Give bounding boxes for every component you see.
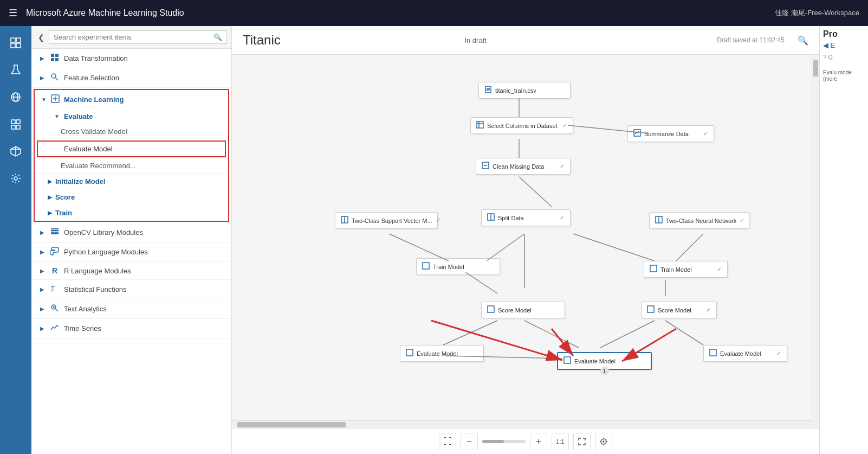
node-label-select-columns: Select Columns in Dataset bbox=[487, 123, 558, 129]
statistical-icon: Σ bbox=[50, 284, 60, 295]
ml-evaluate-recommend-item[interactable]: Evaluate Recommend... bbox=[35, 158, 228, 174]
node-evaluate-model-center[interactable]: Evaluate Model 1 bbox=[557, 352, 652, 370]
machine-learning-header[interactable]: ▼ Machine Learning bbox=[35, 90, 228, 109]
node-label-clean-missing: Clean Missing Data bbox=[493, 163, 544, 170]
zoom-in-button[interactable]: + bbox=[530, 433, 547, 450]
check-icon-nn: ✓ bbox=[740, 217, 744, 224]
sidebar-item-statistical[interactable]: ▶ Σ Statistical Functions bbox=[31, 280, 231, 299]
sidebar-item-python[interactable]: ▶ Python Language Modules bbox=[31, 242, 231, 262]
evaluate-label: Evaluate bbox=[64, 112, 93, 120]
node-two-class-nn[interactable]: Two-Class Neural Network ✓ bbox=[649, 212, 749, 229]
machine-learning-label: Machine Learning bbox=[64, 95, 124, 104]
opencv-label: OpenCV Library Modules bbox=[64, 228, 143, 236]
connections-svg bbox=[232, 55, 819, 428]
one-to-one-button[interactable]: 1:1 bbox=[552, 433, 569, 450]
svg-rect-71 bbox=[647, 306, 654, 312]
svg-rect-68 bbox=[423, 263, 429, 269]
svg-line-20 bbox=[56, 78, 59, 81]
node-evaluate-model-left[interactable]: Evaluate Model bbox=[400, 345, 484, 362]
node-score-model-1[interactable]: Score Model bbox=[481, 302, 565, 318]
python-expand-icon: ▶ bbox=[40, 249, 44, 255]
sidebar-item-opencv[interactable]: ▶ OpenCV Library Modules bbox=[31, 223, 231, 242]
right-panel-more-link[interactable]: (more bbox=[823, 76, 865, 82]
svg-rect-25 bbox=[51, 230, 59, 231]
node-split-data[interactable]: Split Data ✓ bbox=[481, 209, 571, 226]
node-clean-missing[interactable]: Clean Missing Data ✓ bbox=[476, 158, 571, 175]
node-train-model-1[interactable]: Train Model bbox=[416, 258, 500, 275]
icon-bar-experiments[interactable] bbox=[3, 30, 28, 55]
node-icon-score-2 bbox=[647, 305, 655, 315]
search-box[interactable]: 🔍 bbox=[49, 30, 227, 44]
node-summarize-data[interactable]: Summarize Data ✓ bbox=[627, 125, 714, 142]
canvas-save: Draft saved at 11:02:45 bbox=[717, 36, 785, 44]
node-train-model-2[interactable]: Train Model ✓ bbox=[644, 261, 728, 278]
node-label-summarize: Summarize Data bbox=[644, 131, 689, 137]
node-select-columns[interactable]: Select Columns in Dataset ✓ bbox=[470, 117, 573, 134]
node-label-train-1: Train Model bbox=[433, 264, 464, 270]
svg-line-37 bbox=[487, 234, 524, 261]
icon-bar-layers[interactable] bbox=[3, 112, 28, 137]
icon-bar-flask[interactable] bbox=[3, 57, 28, 82]
ml-initialize-model-item[interactable]: ▶ Initialize Model bbox=[35, 174, 228, 189]
svg-point-14 bbox=[14, 177, 17, 180]
svg-point-19 bbox=[51, 74, 56, 78]
check-icon-summarize: ✓ bbox=[703, 130, 708, 137]
evaluate-recommend-label: Evaluate Recommend... bbox=[61, 162, 136, 170]
ml-score-item[interactable]: ▶ Score bbox=[35, 189, 228, 205]
svg-rect-1 bbox=[16, 38, 21, 42]
search-input[interactable] bbox=[54, 33, 213, 41]
right-info-panel: Pro ◀ E ? Q Evalu mode (more bbox=[819, 26, 868, 454]
hamburger-icon[interactable]: ☰ bbox=[9, 7, 17, 19]
canvas-search-icon[interactable]: 🔍 bbox=[798, 35, 808, 46]
right-panel-pro-title: Pro bbox=[823, 29, 865, 39]
svg-rect-15 bbox=[51, 54, 54, 57]
python-label: Python Language Modules bbox=[64, 248, 148, 256]
node-label-eval-right: Evaluate Model bbox=[720, 350, 761, 357]
node-icon-train-1 bbox=[422, 262, 430, 271]
ml-evaluate-model-item[interactable]: Evaluate Model bbox=[37, 140, 226, 157]
ml-evaluate-item[interactable]: ▼ Evaluate bbox=[35, 109, 228, 124]
initialize-expand-icon: ▶ bbox=[48, 178, 52, 184]
right-panel-expand-icon[interactable]: ◀ E bbox=[823, 41, 865, 49]
node-score-model-2[interactable]: Score Model ✓ bbox=[641, 302, 717, 318]
svg-rect-73 bbox=[564, 357, 571, 363]
center-button[interactable] bbox=[595, 433, 612, 450]
canvas-scrollbar-h[interactable] bbox=[232, 420, 812, 428]
canvas-body[interactable]: titanic_train.csv Select Columns in Data… bbox=[232, 55, 819, 454]
chevron-right-icon-2: ▶ bbox=[40, 75, 44, 81]
node-titanic-train[interactable]: titanic_train.csv bbox=[478, 82, 571, 99]
zoom-out-button[interactable]: − bbox=[461, 433, 478, 450]
icon-bar-globe[interactable] bbox=[3, 85, 28, 110]
node-evaluate-model-right[interactable]: Evaluate Model ✓ bbox=[703, 345, 787, 362]
canvas-scrollbar-v[interactable] bbox=[812, 55, 819, 428]
svg-line-41 bbox=[465, 272, 497, 293]
time-series-icon bbox=[50, 323, 60, 334]
zoom-slider[interactable] bbox=[482, 440, 526, 443]
ml-train-item[interactable]: ▶ Train bbox=[35, 205, 228, 221]
sidebar-item-data-transformation[interactable]: ▶ Data Transformation bbox=[31, 49, 231, 68]
svg-line-40 bbox=[676, 234, 703, 261]
sidebar-item-time-series[interactable]: ▶ Time Series bbox=[31, 319, 231, 338]
sidebar-item-feature-selection[interactable]: ▶ Feature Selection bbox=[31, 68, 231, 88]
sidebar-header: ❮ 🔍 bbox=[31, 26, 231, 49]
fit-button[interactable] bbox=[573, 433, 591, 450]
sidebar-item-r[interactable]: ▶ R R Language Modules bbox=[31, 262, 231, 280]
svg-point-76 bbox=[603, 441, 604, 442]
icon-bar-cube[interactable] bbox=[3, 139, 28, 164]
right-panel-question[interactable]: ? Q bbox=[823, 54, 865, 60]
svg-rect-18 bbox=[55, 58, 59, 61]
node-label-svm: Two-Class Support Vector M... bbox=[352, 218, 432, 224]
train-expand-icon: ▶ bbox=[48, 210, 52, 216]
canvas-area: Titanic In draft Draft saved at 11:02:45… bbox=[232, 26, 819, 454]
icon-bar-gear[interactable] bbox=[3, 166, 28, 191]
ml-cross-validate-item[interactable]: Cross Validate Model bbox=[35, 124, 228, 139]
search-icon[interactable]: 🔍 bbox=[213, 33, 222, 41]
sidebar-collapse-btn[interactable]: ❮ bbox=[36, 32, 47, 43]
frame-button[interactable]: ⛶ bbox=[439, 433, 456, 450]
check-icon-train-2: ✓ bbox=[717, 266, 722, 273]
evaluate-model-label: Evaluate Model bbox=[64, 145, 113, 153]
node-two-class-svm[interactable]: Two-Class Support Vector M... ✓ bbox=[335, 212, 438, 229]
svg-line-45 bbox=[443, 321, 497, 345]
node-icon-nn bbox=[655, 216, 663, 225]
sidebar-item-text-analytics[interactable]: ▶ Text Analytics bbox=[31, 299, 231, 319]
